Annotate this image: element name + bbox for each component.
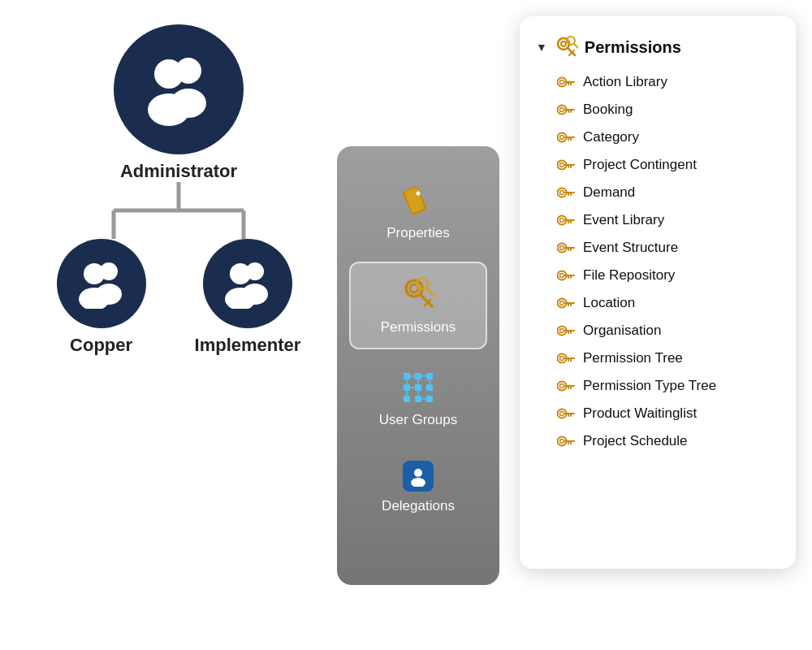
- tree-item[interactable]: Permission Tree: [552, 346, 780, 370]
- tree-item[interactable]: Location: [552, 291, 780, 315]
- delegations-icon: [403, 461, 434, 492]
- svg-point-75: [560, 191, 564, 195]
- child-node-0: Copper: [57, 239, 146, 356]
- children-nodes: Copper Implementer: [57, 239, 301, 356]
- tree-item-label: Category: [583, 129, 639, 145]
- tree-item[interactable]: Project Contingent: [552, 153, 780, 177]
- svg-point-70: [560, 163, 564, 167]
- svg-point-80: [560, 219, 564, 223]
- tree-item[interactable]: Organisation: [552, 318, 780, 343]
- svg-rect-35: [426, 396, 433, 402]
- tree-item[interactable]: Event Structure: [552, 236, 780, 260]
- tree-root: ▼ Permissions: [536, 36, 780, 58]
- svg-point-100: [560, 329, 564, 333]
- tree-item-label: Product Waitinglist: [583, 405, 697, 422]
- tree-item[interactable]: Permission Type Tree: [552, 374, 780, 398]
- key-icon: [557, 435, 575, 448]
- svg-rect-30: [404, 384, 410, 391]
- sidebar-panel: Properties Permissions: [337, 146, 499, 585]
- key-icon: [557, 131, 575, 144]
- menu-item-delegations[interactable]: Delegations: [349, 448, 487, 526]
- tree-item-label: Booking: [583, 102, 633, 118]
- child-circle-0: [57, 239, 146, 328]
- tree-items-list: Action Library Booking Category Project …: [536, 70, 780, 453]
- svg-point-120: [560, 440, 564, 444]
- tree-item[interactable]: Project Schedule: [552, 429, 780, 453]
- usergroups-icon: [400, 370, 436, 405]
- child-label-0: Copper: [70, 335, 132, 356]
- key-icon: [557, 269, 575, 282]
- menu-item-user-groups[interactable]: User Groups: [349, 358, 487, 440]
- svg-point-46: [411, 478, 425, 487]
- svg-point-19: [417, 192, 421, 196]
- chevron-icon: ▼: [536, 41, 547, 54]
- svg-rect-33: [404, 396, 410, 402]
- key-icon: [557, 407, 575, 420]
- tag-icon: [400, 183, 436, 219]
- tree-item[interactable]: Action Library: [552, 70, 780, 94]
- svg-line-53: [574, 44, 578, 48]
- menu-item-properties-label: Properties: [387, 225, 449, 241]
- tree-item[interactable]: Category: [552, 125, 780, 150]
- permissions-root-icon: [555, 36, 578, 58]
- tree-item-label: Action Library: [583, 74, 667, 90]
- key-icon: [557, 158, 575, 171]
- keys-icon: [400, 275, 437, 313]
- svg-line-23: [428, 300, 430, 302]
- svg-point-48: [561, 41, 566, 46]
- tree-item[interactable]: File Repository: [552, 263, 780, 288]
- menu-item-permissions-label: Permissions: [381, 319, 456, 336]
- child-label-1: Implementer: [195, 335, 301, 356]
- tree-item-label: Event Structure: [583, 240, 678, 256]
- key-icon: [557, 214, 575, 227]
- svg-point-110: [560, 384, 564, 388]
- svg-rect-31: [415, 384, 421, 391]
- root-circle: [114, 24, 244, 154]
- key-icon: [557, 352, 575, 365]
- svg-point-115: [560, 412, 564, 416]
- child-people-icon-0: [73, 258, 130, 309]
- svg-rect-34: [415, 396, 421, 402]
- svg-rect-28: [415, 373, 421, 379]
- root-label: Administrator: [120, 161, 237, 182]
- child-people-icon-1: [219, 258, 276, 309]
- svg-point-10: [84, 263, 105, 284]
- tree-item[interactable]: Product Waitinglist: [552, 401, 780, 426]
- tree-item-label: Event Library: [583, 212, 664, 228]
- svg-line-24: [425, 303, 427, 306]
- root-people-icon: [138, 53, 219, 126]
- key-icon: [557, 103, 575, 116]
- tree-item[interactable]: Event Library: [552, 208, 780, 232]
- tree-item-label: Demand: [583, 184, 635, 201]
- svg-point-95: [560, 301, 564, 306]
- menu-item-delegations-label: Delegations: [382, 498, 455, 514]
- menu-item-permissions[interactable]: Permissions: [349, 262, 487, 349]
- tree-item-label: Project Schedule: [583, 433, 688, 449]
- svg-line-26: [426, 288, 435, 297]
- svg-point-90: [560, 274, 564, 278]
- person-icon: [408, 466, 429, 487]
- tree-item-label: File Repository: [583, 267, 675, 284]
- svg-rect-32: [426, 384, 433, 391]
- tree-item[interactable]: Demand: [552, 180, 780, 205]
- svg-point-3: [148, 93, 190, 126]
- svg-point-14: [230, 263, 251, 284]
- svg-point-55: [560, 80, 564, 84]
- tree-item[interactable]: Booking: [552, 98, 780, 122]
- tree-item-label: Permission Tree: [583, 350, 683, 366]
- hierarchy-diagram: Administrator Copper: [24, 24, 333, 479]
- menu-item-user-groups-label: User Groups: [379, 412, 457, 428]
- svg-line-51: [569, 53, 572, 55]
- key-icon: [557, 241, 575, 254]
- key-icon: [557, 324, 575, 337]
- tree-connector: [73, 182, 284, 239]
- tree-item-label: Organisation: [583, 323, 661, 339]
- svg-rect-29: [426, 373, 433, 379]
- tree-item-label: Location: [583, 295, 635, 311]
- svg-rect-27: [404, 373, 410, 379]
- key-icon: [557, 186, 575, 199]
- svg-point-45: [414, 469, 422, 477]
- menu-item-properties[interactable]: Properties: [349, 171, 487, 254]
- svg-point-65: [560, 136, 564, 140]
- permissions-panel: ▼ Permissions Action Library Booking: [520, 16, 796, 569]
